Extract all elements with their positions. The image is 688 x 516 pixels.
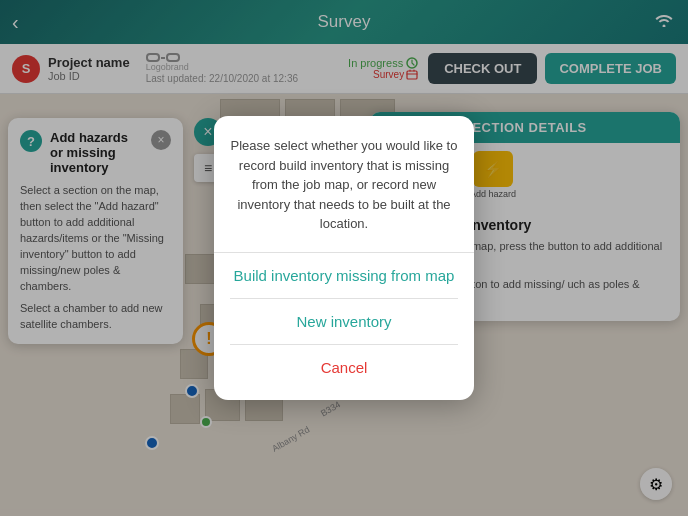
build-inventory-button[interactable]: Build inventory missing from map [230, 253, 458, 299]
modal-overlay: Please select whether you would like to … [0, 0, 688, 516]
modal-dialog: Please select whether you would like to … [214, 116, 474, 400]
cancel-button[interactable]: Cancel [230, 345, 458, 390]
new-inventory-button[interactable]: New inventory [230, 299, 458, 345]
modal-message: Please select whether you would like to … [230, 136, 458, 234]
